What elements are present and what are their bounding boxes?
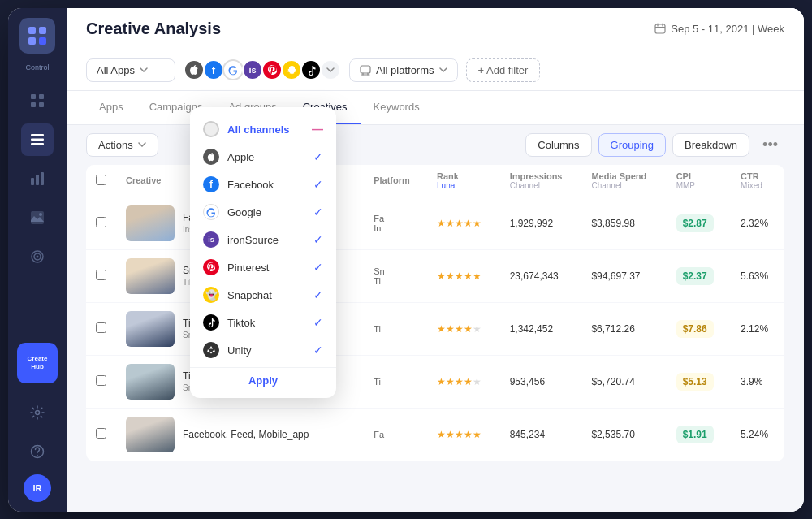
sidebar-item-user[interactable]: IR xyxy=(24,474,51,502)
dropdown-pinterest-label: Pinterest xyxy=(227,262,269,274)
select-all-checkbox[interactable] xyxy=(96,175,106,185)
channel-dropdown[interactable]: All channels — Apple ✓ f Facebook ✓ xyxy=(190,107,336,398)
svg-rect-5 xyxy=(39,94,44,99)
sidebar-item-settings[interactable] xyxy=(21,396,54,429)
dropdown-item-google[interactable]: Google ✓ xyxy=(190,198,336,226)
dropdown-all-channels[interactable]: All channels — xyxy=(190,115,336,143)
platform-filter-label: All platforms xyxy=(376,64,434,76)
col-cpi: CPIMMP xyxy=(667,165,731,197)
dropdown-apply-button[interactable]: Apply xyxy=(190,367,336,393)
sidebar-item-help[interactable] xyxy=(21,435,54,468)
dropdown-item-snapchat[interactable]: 👻 Snapchat ✓ xyxy=(190,281,336,309)
row-checkbox-1[interactable] xyxy=(96,217,106,227)
sidebar-item-target[interactable] xyxy=(21,240,54,273)
svg-rect-13 xyxy=(41,172,44,185)
creative-thumbnail-4 xyxy=(126,364,175,400)
channel-icon-tiktok[interactable] xyxy=(300,59,322,80)
grouping-button[interactable]: Grouping xyxy=(598,133,666,157)
dropdown-google-check: ✓ xyxy=(313,205,323,218)
columns-button[interactable]: Columns xyxy=(525,133,591,157)
date-range[interactable]: Sep 5 - 11, 2021 | Week xyxy=(654,23,784,35)
col-rank: RankLuna xyxy=(427,165,500,197)
date-range-text: Sep 5 - 11, 2021 | Week xyxy=(671,23,784,35)
create-hub-sublabel: Hub xyxy=(31,363,44,371)
dropdown-snapchat-check: ✓ xyxy=(313,288,323,301)
svg-rect-12 xyxy=(36,175,39,185)
rank-stars-4: ★★★★★ xyxy=(437,376,482,387)
user-initials: IR xyxy=(33,483,42,493)
dropdown-apple-check: ✓ xyxy=(313,150,323,163)
table-toolbar: Actions Columns Grouping Breakdown ••• xyxy=(67,125,804,165)
apple-dot-icon xyxy=(203,149,219,165)
dropdown-unity-check: ✓ xyxy=(313,344,323,357)
platform-cell-4: Ti xyxy=(364,355,427,408)
svg-point-15 xyxy=(39,213,42,216)
app-logo[interactable] xyxy=(19,18,55,54)
dropdown-item-facebook[interactable]: f Facebook ✓ xyxy=(190,171,336,198)
impressions-3: 1,342,452 xyxy=(500,302,582,355)
channel-filter-more[interactable] xyxy=(320,59,341,80)
svg-rect-6 xyxy=(31,102,36,107)
media-spend-4: $5,720.74 xyxy=(581,355,666,408)
more-options-icon[interactable]: ••• xyxy=(756,133,784,157)
channel-icon-snapchat[interactable] xyxy=(281,59,302,80)
dropdown-item-tiktok[interactable]: Tiktok ✓ xyxy=(190,309,336,336)
channel-icon-google[interactable] xyxy=(222,59,244,80)
select-all-checkbox-header[interactable] xyxy=(86,165,116,197)
dropdown-facebook-label: Facebook xyxy=(227,179,274,191)
dropdown-item-unity[interactable]: Unity ✓ xyxy=(190,336,336,364)
dropdown-pinterest-check: ✓ xyxy=(313,261,323,274)
sidebar: Control xyxy=(8,8,67,512)
app-filter[interactable]: All Apps xyxy=(86,58,175,82)
tabs-bar: Apps Campaigns Ad groups Creatives Keywo… xyxy=(67,91,804,125)
actions-label: Actions xyxy=(98,139,133,151)
snapchat-dot-icon: 👻 xyxy=(203,287,219,303)
channel-filter-icons[interactable]: f is xyxy=(184,59,341,80)
media-spend-2: $94,697.37 xyxy=(581,249,666,302)
dropdown-item-apple[interactable]: Apple ✓ xyxy=(190,143,336,171)
impressions-2: 23,674,343 xyxy=(500,249,582,302)
row-checkbox-5[interactable] xyxy=(96,428,106,439)
platform-cell-2: SnTi xyxy=(364,249,427,302)
sidebar-item-chart[interactable] xyxy=(21,162,54,195)
cpi-5: $1.91 xyxy=(676,426,714,443)
svg-rect-10 xyxy=(31,143,44,145)
dropdown-ironsource-check: ✓ xyxy=(313,233,323,246)
svg-point-21 xyxy=(37,454,38,456)
svg-rect-3 xyxy=(39,37,46,45)
channel-icon-ironsource[interactable]: is xyxy=(242,59,263,80)
creative-name-5: Facebook, Feed, Mobile_app xyxy=(183,429,309,440)
breakdown-button[interactable]: Breakdown xyxy=(672,133,749,157)
all-channels-label: All channels xyxy=(227,123,290,136)
tab-keywords[interactable]: Keywords xyxy=(361,91,433,124)
sidebar-item-list[interactable] xyxy=(21,123,54,156)
dropdown-unity-label: Unity xyxy=(227,344,252,357)
row-checkbox-3[interactable] xyxy=(96,322,106,333)
ctr-1: 2.32% xyxy=(731,197,784,249)
all-channels-check-icon: — xyxy=(312,123,323,136)
create-hub-label: Create xyxy=(28,355,48,363)
dropdown-item-ironsource[interactable]: is ironSource ✓ xyxy=(190,226,336,253)
row-checkbox-2[interactable] xyxy=(96,270,106,280)
ctr-5: 5.24% xyxy=(731,408,784,461)
platform-cell-3: Ti xyxy=(364,302,427,355)
channel-icon-pinterest[interactable] xyxy=(261,59,283,80)
row-checkbox-4[interactable] xyxy=(96,375,106,386)
ironsource-dot-icon: is xyxy=(203,231,219,248)
create-hub-button[interactable]: Create Hub xyxy=(17,343,58,383)
dropdown-apple-label: Apple xyxy=(227,151,254,163)
platform-filter[interactable]: All platforms xyxy=(349,58,458,82)
sidebar-item-grid[interactable] xyxy=(21,84,54,117)
channel-icon-apple[interactable] xyxy=(184,59,205,80)
tab-apps[interactable]: Apps xyxy=(86,91,136,124)
actions-button[interactable]: Actions xyxy=(86,133,158,157)
svg-rect-1 xyxy=(39,27,46,34)
dropdown-item-pinterest[interactable]: Pinterest ✓ xyxy=(190,253,336,281)
ctr-3: 2.12% xyxy=(731,302,784,355)
svg-point-19 xyxy=(36,410,40,414)
channel-icon-facebook[interactable]: f xyxy=(203,59,224,80)
add-filter-button[interactable]: + Add filter xyxy=(466,58,541,82)
sidebar-item-image[interactable] xyxy=(21,201,54,234)
impressions-5: 845,234 xyxy=(500,408,582,461)
dropdown-snapchat-label: Snapchat xyxy=(227,289,272,301)
